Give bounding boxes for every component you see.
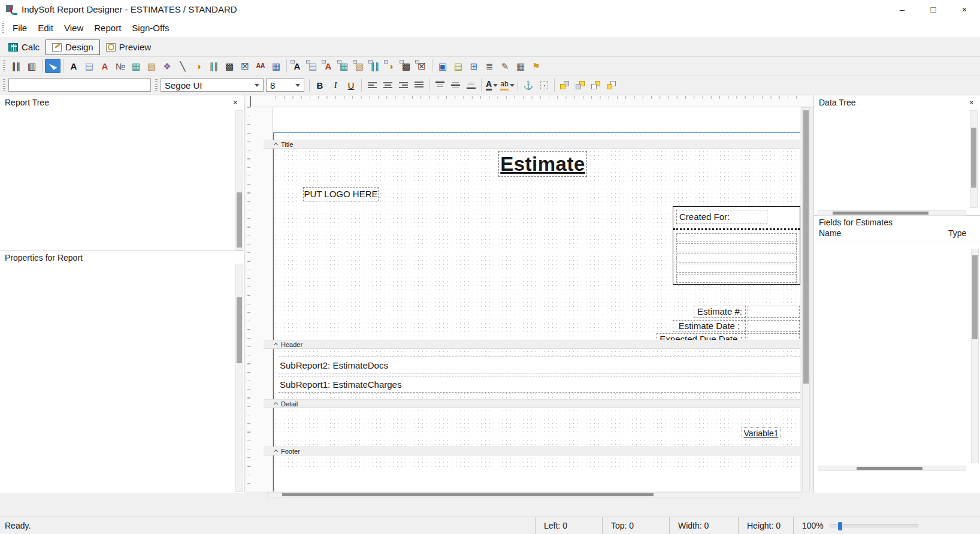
valign-top-button[interactable] <box>432 78 447 92</box>
expression-input[interactable] <box>8 79 151 92</box>
menu-sign-offs[interactable]: Sign-Offs <box>126 18 174 38</box>
autosize-tool-icon[interactable]: AA <box>253 59 268 73</box>
highlight-color-button[interactable]: ab <box>500 78 515 92</box>
band-strip-detail[interactable]: Detail <box>264 399 800 408</box>
zoom-slider-thumb[interactable] <box>838 522 842 530</box>
estimate-number-label[interactable]: Estimate #: <box>694 306 746 318</box>
estimate-number-field[interactable] <box>748 306 800 318</box>
valign-bottom-button[interactable] <box>463 78 479 92</box>
address-field[interactable] <box>676 254 797 263</box>
menu-report[interactable]: Report <box>89 18 126 38</box>
subreport2-element[interactable]: SubReport2: EstimateDocs <box>279 357 800 373</box>
tab-calc[interactable]: Calc <box>2 40 46 55</box>
db-image-tool-icon[interactable]: ▧ <box>352 59 367 73</box>
close-icon[interactable]: × <box>969 95 974 110</box>
barcode-1d-tool-icon[interactable]: ∥∥ <box>206 59 222 73</box>
db-text-tool-icon[interactable]: A <box>289 59 305 73</box>
font-size-select[interactable]: 8 <box>266 79 304 92</box>
collapse-band-icon[interactable] <box>274 343 278 347</box>
position-button[interactable] <box>536 78 552 92</box>
data-tree-hscrollbar[interactable] <box>818 210 966 216</box>
db-checkbox-tool-icon[interactable]: ☒ <box>414 59 429 73</box>
minimize-button[interactable]: – <box>887 0 918 18</box>
zoom-slider[interactable] <box>830 524 918 527</box>
align-center-button[interactable] <box>380 78 395 92</box>
font-name-select[interactable]: Segoe UI <box>161 79 264 92</box>
footer-band-content[interactable] <box>274 456 800 470</box>
valign-middle-button[interactable] <box>447 78 463 92</box>
created-for-region[interactable]: Created For: <box>673 206 800 285</box>
report-page[interactable]: Title Estimate PUT LOGO HERE Created For… <box>273 107 800 491</box>
data-tree-scrollbar[interactable] <box>970 110 978 208</box>
crosstab-tool-icon[interactable]: ⊞ <box>466 59 482 73</box>
menu-view[interactable]: View <box>59 18 89 38</box>
tab-preview[interactable]: Preview <box>100 40 157 55</box>
image-tool-icon[interactable]: ▧ <box>144 59 159 73</box>
band-strip-title[interactable]: Title <box>264 140 800 149</box>
underline-button[interactable]: U <box>343 78 359 92</box>
collapse-band-icon[interactable] <box>274 449 278 454</box>
region-tool-icon[interactable]: ▣ <box>435 59 450 73</box>
label-tool-icon[interactable]: A <box>66 59 81 73</box>
column-header-type[interactable]: Type <box>948 228 966 238</box>
barcode-tool-icon[interactable]: ∥∥ <box>8 59 24 73</box>
anchor-button[interactable]: ⚓ <box>521 78 536 92</box>
db-barcode-grid-tool-icon[interactable]: ▥ <box>24 59 40 73</box>
bring-to-front-button[interactable] <box>557 78 573 92</box>
address-field[interactable] <box>676 233 797 242</box>
calc-tool-icon[interactable]: ▦ <box>128 59 144 73</box>
report-tree-scrollbar[interactable] <box>235 110 243 251</box>
db-memo-tool-icon[interactable]: ▤ <box>305 59 320 73</box>
move-backward-button[interactable] <box>604 78 619 92</box>
maximize-button[interactable]: □ <box>918 0 949 18</box>
close-icon[interactable]: × <box>233 95 238 110</box>
address-field[interactable] <box>676 264 797 273</box>
line-tool-icon[interactable]: ╲ <box>175 59 190 73</box>
collapse-band-icon[interactable] <box>274 143 278 147</box>
header-band-content[interactable]: SubReport2: EstimateDocs SubReport1: Est… <box>274 349 800 399</box>
align-right-button[interactable] <box>395 78 411 92</box>
subreport1-element[interactable]: SubReport1: EstimateCharges <box>279 376 800 393</box>
db-chart-tool-icon[interactable]: ◑ <box>383 59 398 73</box>
fields-hscrollbar[interactable] <box>818 466 966 471</box>
subreport-tool-icon[interactable]: ▤ <box>450 59 466 73</box>
tab-design[interactable]: Design <box>46 40 100 55</box>
align-justify-button[interactable] <box>411 78 427 92</box>
db-barcode-2d-tool-icon[interactable]: ▩ <box>398 59 414 73</box>
db-richtext-tool-icon[interactable]: A <box>320 59 336 73</box>
select-arrow-tool-icon[interactable] <box>45 59 61 73</box>
title-band-content[interactable]: Estimate PUT LOGO HERE Created For: Esti… <box>274 149 800 339</box>
memo-tool-icon[interactable]: ▤ <box>81 59 97 73</box>
checkbox-tool-icon[interactable]: ☒ <box>237 59 253 73</box>
created-for-label[interactable]: Created For: <box>676 210 767 224</box>
map-tool-icon[interactable]: ⚑ <box>528 59 544 73</box>
db-calc-tool-icon[interactable]: ▦ <box>336 59 352 73</box>
barcode-2d-tool-icon[interactable]: ▩ <box>222 59 237 73</box>
report-title-label[interactable]: Estimate <box>498 151 587 177</box>
send-to-back-button[interactable] <box>573 78 588 92</box>
fields-scrollbar[interactable] <box>971 249 979 463</box>
close-button[interactable]: × <box>949 0 980 18</box>
paintbrush-tool-icon[interactable]: ✎ <box>497 59 513 73</box>
table-grid-tool-icon[interactable]: ▦ <box>268 59 284 73</box>
detail-band-content[interactable]: Variable1 <box>274 409 800 446</box>
band-strip-header[interactable]: Header <box>264 340 800 349</box>
chart-tool-icon[interactable]: ◑ <box>190 59 206 73</box>
menu-edit[interactable]: Edit <box>32 18 59 38</box>
italic-button[interactable]: I <box>328 78 343 92</box>
estimate-date-field[interactable] <box>748 320 800 332</box>
font-color-button[interactable]: A <box>484 78 500 92</box>
band-strip-footer[interactable]: Footer <box>264 446 800 455</box>
table-tool-icon[interactable]: ▦ <box>513 59 528 73</box>
pagebreak-tool-icon[interactable]: ≣ <box>482 59 497 73</box>
align-left-button[interactable] <box>364 78 380 92</box>
shape-tool-icon[interactable]: ❖ <box>159 59 175 73</box>
richtext-tool-icon[interactable]: A <box>97 59 113 73</box>
canvas-vertical-scrollbar[interactable] <box>802 107 810 491</box>
bold-button[interactable]: B <box>312 78 328 92</box>
estimate-date-label[interactable]: Estimate Date : <box>673 320 746 332</box>
address-field[interactable] <box>676 243 797 252</box>
column-header-name[interactable]: Name <box>819 228 841 238</box>
canvas-horizontal-scrollbar[interactable] <box>267 492 801 497</box>
collapse-band-icon[interactable] <box>274 402 278 406</box>
